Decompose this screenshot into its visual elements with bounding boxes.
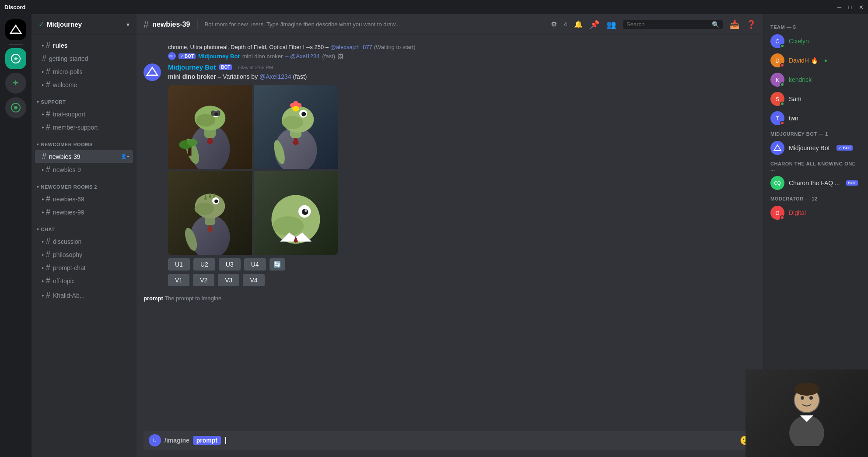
variation-v1-button[interactable]: V1 <box>168 274 189 286</box>
svg-point-2 <box>14 106 18 109</box>
member-item-twn[interactable]: T twn <box>767 109 864 128</box>
server-name-bar[interactable]: ✓ Midjourney ▾ <box>32 14 136 35</box>
channel-item-newbies-99[interactable]: ▸ # newbies-99 <box>35 206 133 218</box>
server-icon-midjourney[interactable] <box>5 19 26 40</box>
member-avatar-davidh: D <box>770 53 784 67</box>
search-icon: 🔍 <box>712 21 719 28</box>
members-icon[interactable]: 👥 <box>606 20 616 29</box>
explore-button[interactable] <box>5 97 26 118</box>
inbox-icon[interactable]: 📥 <box>730 20 739 29</box>
member-item-digital[interactable]: D Digital <box>767 203 864 222</box>
member-item-charon[interactable]: CQ Charon the FAQ ... BOT <box>767 173 864 193</box>
variation-v4-button[interactable]: V4 <box>243 274 264 286</box>
reference-status: (Waiting to start) <box>374 44 416 50</box>
hash-icon: # <box>42 54 46 63</box>
add-server-button[interactable]: + <box>5 73 26 94</box>
upscale-u1-button[interactable]: U1 <box>168 258 190 271</box>
channel-item-discussion[interactable]: ▸ # discussion <box>35 235 133 248</box>
hash-icon: # <box>42 152 46 161</box>
message-timestamp: Today at 2:55 PM <box>235 65 273 70</box>
channel-sidebar: ✓ Midjourney ▾ ▸ # rules # getting-start… <box>32 14 136 457</box>
bot-notification-bar: MJ ✓ BOT Midjourney Bot mini dino broker… <box>136 50 763 62</box>
davidh-badge: ● <box>824 57 827 63</box>
channel-name: welcome <box>53 81 77 88</box>
category-newcomer-rooms-header[interactable]: ▾ NEWCOMER ROOMS <box>35 141 133 148</box>
image-cell-1[interactable] <box>168 85 252 169</box>
image-cell-4[interactable] <box>254 171 338 255</box>
category-arrow-icon: ▾ <box>37 185 39 189</box>
channel-item-newbies-69[interactable]: ▸ # newbies-69 <box>35 193 133 205</box>
collapse-arrow-icon: ▸ <box>42 82 44 87</box>
channel-name: discussion <box>53 238 81 245</box>
upscale-u2-button[interactable]: U2 <box>193 258 215 271</box>
variation-v2-button[interactable]: V2 <box>193 274 214 286</box>
member-item-sam[interactable]: S Sam <box>767 89 864 109</box>
member-item-kendrick[interactable]: K kendrick <box>767 70 864 89</box>
channel-item-rules[interactable]: ▸ # rules <box>35 39 133 52</box>
notification-action-icon[interactable]: 🖼 <box>338 53 343 60</box>
channel-item-welcome[interactable]: ▸ # welcome <box>35 78 133 91</box>
close-button[interactable]: ✕ <box>859 4 864 11</box>
channel-item-micro-polls[interactable]: ▸ # micro-polls <box>35 65 133 78</box>
minimize-button[interactable]: ─ <box>837 4 841 11</box>
server-icon-openai[interactable] <box>5 48 26 69</box>
bot-avatar <box>144 63 161 81</box>
channel-item-trial-support[interactable]: ▸ # trial-support <box>35 108 133 120</box>
image-cell-3[interactable] <box>168 171 252 255</box>
channel-item-newbies-39[interactable]: # newbies-39 👤+ <box>35 150 133 163</box>
svg-point-43 <box>273 216 304 236</box>
member-item-davidh[interactable]: D DavidH 🔥 ● <box>767 51 864 70</box>
channel-item-philosophy[interactable]: ▸ # philosophy <box>35 248 133 261</box>
status-dot <box>780 102 784 106</box>
pin-icon[interactable]: 📌 <box>590 20 599 29</box>
server-list: + <box>0 14 32 457</box>
variation-v3-button[interactable]: V3 <box>218 274 239 286</box>
member-item-cixelyn[interactable]: C Cixelyn <box>767 32 864 51</box>
channel-item-getting-started[interactable]: # getting-started <box>35 52 133 65</box>
text-cursor <box>225 437 226 444</box>
upscale-u3-button[interactable]: U3 <box>219 258 241 271</box>
category-support-header[interactable]: ▾ SUPPORT <box>35 98 133 105</box>
collapse-arrow-icon: ▸ <box>42 239 44 244</box>
member-avatar-mj-bot <box>770 141 784 155</box>
help-icon[interactable]: ❓ <box>746 20 756 29</box>
channel-name: newbies-39 <box>49 153 80 160</box>
search-input[interactable] <box>626 21 709 28</box>
mute-icon[interactable]: 🔔 <box>574 20 583 28</box>
message-speed: (fast) <box>293 73 307 80</box>
member-item-mj-bot[interactable]: Midjourney Bot ✓ BOT <box>767 138 864 158</box>
video-call-thumbnail[interactable] <box>746 369 868 457</box>
member-name-mj-bot: Midjourney Bot <box>789 144 830 151</box>
channel-name: rules <box>53 42 67 49</box>
category-chat-header[interactable]: ▾ CHAT <box>35 226 133 233</box>
image-cell-2[interactable] <box>254 85 338 169</box>
channel-item-newbies-9[interactable]: ▸ # newbies-9 <box>35 163 133 176</box>
collapse-arrow-icon: ▸ <box>42 278 44 283</box>
collapse-arrow-icon: ▸ <box>42 210 44 214</box>
server-chevron-icon: ▾ <box>126 21 130 28</box>
hash-icon: # <box>46 165 50 174</box>
variation-buttons: V1 V2 V3 V4 <box>168 274 756 286</box>
hash-icon: # <box>46 41 50 50</box>
member-name-charon: Charon the FAQ ... <box>789 179 840 186</box>
search-box[interactable]: 🔍 <box>623 20 723 29</box>
channel-item-prompt-chat[interactable]: ▸ # prompt-chat <box>35 261 133 274</box>
video-person <box>746 369 868 457</box>
channel-item-khalid[interactable]: ▸ # Khalid-Ab... <box>35 289 133 302</box>
maximize-button[interactable]: □ <box>848 4 852 11</box>
category-newcomer-rooms-2-header[interactable]: ▾ NEWCOMER ROOMS 2 <box>35 183 133 190</box>
notification-speed: (fast) <box>322 53 335 60</box>
svg-point-39 <box>214 199 218 203</box>
channel-item-member-support[interactable]: ▸ # member-support <box>35 121 133 134</box>
channel-list: ▸ # rules # getting-started ▸ # micro-po… <box>32 35 136 457</box>
member-name-sam: Sam <box>789 95 802 102</box>
mj-bot-tag: ✓ BOT <box>836 145 853 151</box>
channel-hash-icon: # <box>144 19 149 30</box>
category-newcomer-rooms: ▾ NEWCOMER ROOMS <box>32 134 136 150</box>
input-user-avatar: U <box>149 434 161 446</box>
threads-icon[interactable]: ⚙ <box>551 20 557 28</box>
upscale-u4-button[interactable]: U4 <box>244 258 266 271</box>
category-label: NEWCOMER ROOMS <box>41 142 93 147</box>
channel-item-off-topic[interactable]: ▸ # off-topic <box>35 274 133 287</box>
refresh-button[interactable]: 🔄 <box>270 258 285 271</box>
